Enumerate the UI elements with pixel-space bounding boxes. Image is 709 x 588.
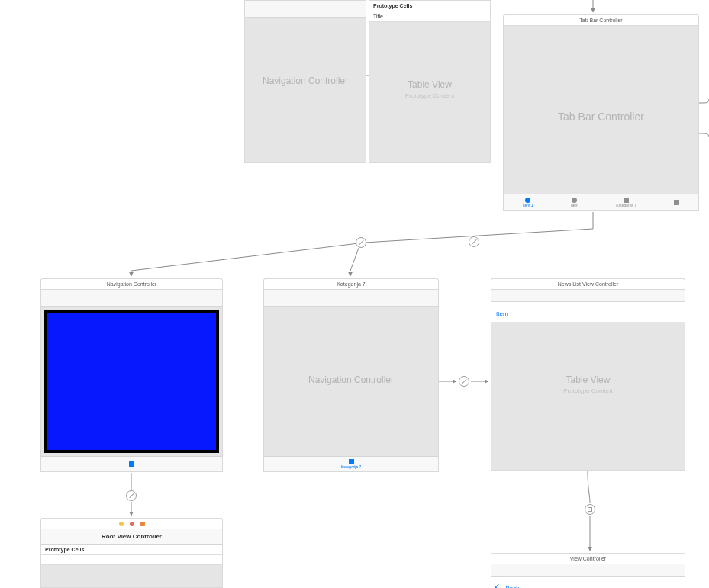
segue-show-icon[interactable] [585,504,595,515]
tab-item-3[interactable]: Kategorija 7 [616,198,636,207]
navbar-placeholder [41,290,222,307]
body-text: Table View Prototype Content [369,79,490,99]
body-text: Tab Bar Controller [504,111,698,123]
root-header: Root View Controller [41,529,222,545]
tab-item[interactable] [129,461,134,468]
tab-label: Kategorija 7 [616,204,636,207]
root-body: Root View Controller Prototype Cells [40,529,223,588]
circle-icon [525,198,530,203]
scene-news-list-view-controller[interactable]: News List View Controller Item Table Vie… [491,278,685,471]
tab-label: Item 1 [523,204,533,207]
navbar-placeholder [491,564,685,577]
body-text: Table View Prototype Content [491,375,685,395]
tab-item-2[interactable]: Item [571,198,578,207]
prototype-content-label: Prototype Content [369,92,490,99]
segue-icon[interactable] [356,237,366,248]
news-body: Item Table View Prototype Content [491,289,685,471]
scene-handle-dots [41,522,222,526]
square-icon [674,200,679,205]
segue-icon[interactable] [126,490,137,501]
tab-item-4[interactable] [674,200,679,206]
prototype-cell[interactable] [41,555,222,565]
body-title: Navigation Controller [245,76,366,86]
scene-title: Navigation Controller [40,278,223,289]
nav-mid-body: Navigation Controller Kategorija 7 [263,289,439,472]
tab-bar: Kategorija 7 [264,456,438,471]
blue-view-border [44,310,219,453]
scene-top-navigation-controller[interactable]: Navigation Controller [244,0,366,163]
prototype-cells-header: Prototype Cells [41,545,222,555]
table-view-label: Table View [369,79,490,90]
segue-icon[interactable] [469,236,479,247]
chevron-left-icon [495,584,501,588]
item-link[interactable]: Item [496,310,508,317]
navbar-placeholder [491,290,685,302]
scene-handles[interactable] [40,518,223,529]
tab-label: Kategorija 7 [341,465,362,469]
scene-title: Kategorija 7 [263,278,439,289]
storyboard-canvas[interactable]: { "top_nav": { "title": "Navigation Cont… [0,0,709,588]
tab-label: Item [571,204,578,207]
item-row[interactable]: Item [491,302,685,322]
dot-icon [140,522,145,526]
scene-top-table-view[interactable]: Prototype Cells Title Table View Prototy… [369,0,491,163]
body-text: Navigation Controller [245,76,366,86]
table-body: Prototype Cells Title Table View Prototy… [369,0,491,163]
scene-title: News List View Controller [491,278,685,289]
square-icon [624,198,629,203]
square-icon [129,461,134,467]
body-text: Navigation Controller [264,374,438,385]
blue-view[interactable] [47,313,216,450]
table-view-label: Table View [491,375,685,386]
nav-left-body [40,289,223,472]
body-title: Navigation Controller [264,374,438,385]
prototype-content-label: Prototype Content [491,388,685,395]
tab-item-1[interactable]: Item 1 [523,198,533,207]
prototype-cells-header: Prototype Cells [369,1,490,11]
scene-view-controller[interactable]: View Controller Back [491,553,685,588]
scene-navigation-controller-left[interactable]: Navigation Controller [40,278,223,472]
top-nav-body: Navigation Controller [244,0,366,163]
tab-bar-body: Tab Bar Controller Item 1 Item Kategorij… [503,25,699,211]
view-body: Back [491,564,685,588]
scene-navigation-controller-kategorija[interactable]: Kategorija 7 Navigation Controller Kateg… [263,278,439,472]
back-row[interactable]: Back [491,577,685,588]
tab-bar: Item 1 Item Kategorija 7 [504,194,698,210]
prototype-cell-title[interactable]: Title [369,11,490,22]
tab-item[interactable]: Kategorija 7 [341,459,362,469]
dot-icon [119,522,124,526]
dot-icon [130,522,134,526]
scene-title: Tab Bar Controller [503,14,699,25]
body-title: Tab Bar Controller [504,111,698,123]
segue-icon[interactable] [459,376,469,387]
navbar-placeholder [245,1,366,18]
square-icon [349,459,354,464]
back-button[interactable]: Back [505,585,519,588]
scene-title: View Controller [491,553,685,564]
tab-bar [41,456,222,471]
circle-icon [572,198,577,203]
scene-root-view-controller[interactable]: Root View Controller Prototype Cells [40,518,223,588]
scene-tab-bar-controller[interactable]: Tab Bar Controller Tab Bar Controller It… [503,14,699,211]
navbar-placeholder [264,290,438,307]
